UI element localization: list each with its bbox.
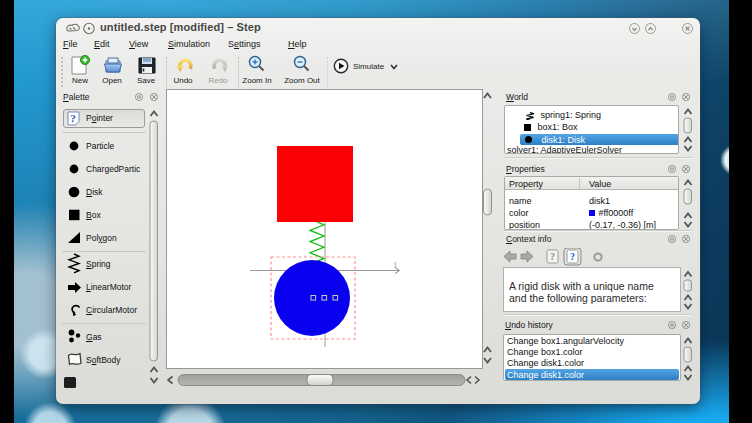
svg-text:?: ? [70,112,76,124]
svg-text:?: ? [570,251,575,262]
svg-text:1: 1 [393,260,398,270]
svg-text:?: ? [550,251,555,262]
